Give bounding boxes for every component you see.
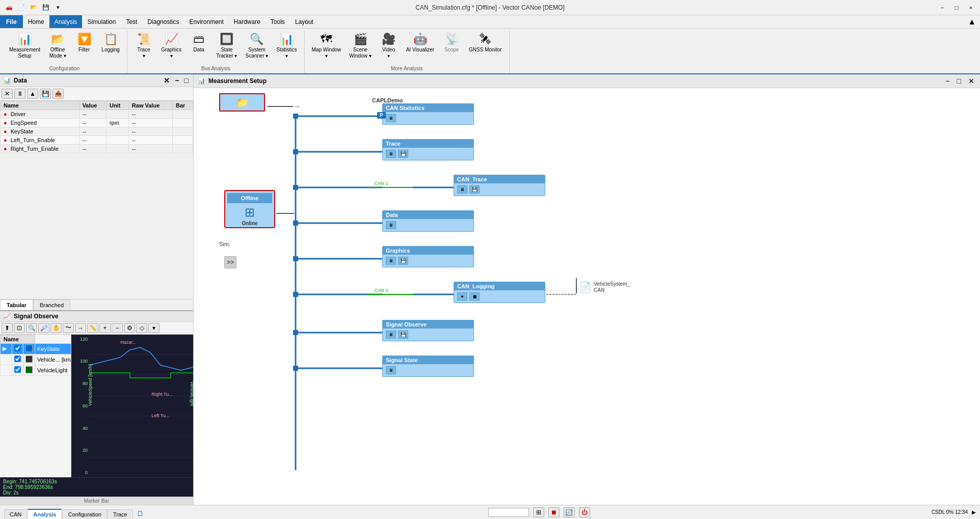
menu-test[interactable]: Test: [121, 15, 142, 28]
signal-zout-btn[interactable]: −: [112, 323, 123, 333]
signal-wave-btn[interactable]: 〜: [63, 323, 74, 333]
filter-button[interactable]: 🔽 Filter: [72, 31, 96, 61]
expand-arrow[interactable]: ▶: [3, 345, 7, 351]
menu-file[interactable]: File: [0, 15, 23, 28]
signal-panel-icon: 📈: [3, 313, 11, 320]
collapse-ribbon[interactable]: ▲: [968, 17, 980, 26]
title-bar-left: 🚗 📄 📂 💾 ▾: [4, 3, 63, 13]
signal-zoomout-btn[interactable]: 🔎: [38, 323, 49, 333]
status-tab-trace[interactable]: Trace: [108, 509, 133, 519]
signal-cursor-btn[interactable]: ⬆: [2, 323, 13, 333]
node-signal-observe[interactable]: Signal Observe 🖥 💾: [382, 320, 474, 341]
menu-home[interactable]: Home: [23, 15, 49, 28]
statistics-button[interactable]: 📊 Statistics▾: [274, 31, 300, 61]
signal-checkbox[interactable]: [14, 356, 21, 362]
tab-tabular[interactable]: Tabular: [0, 299, 33, 310]
signal-table-row[interactable]: VehicleLight: [1, 365, 72, 375]
node-signal-state-body: 🖥: [383, 364, 473, 376]
meas-restore-btn[interactable]: □: [956, 76, 963, 86]
status-tab-can[interactable]: CAN: [4, 509, 27, 519]
signal-table-row[interactable]: Vehicle... [km/h]: [1, 354, 72, 365]
data-export-btn[interactable]: 📤: [52, 89, 64, 99]
ai-visualizer-button[interactable]: 🤖 AI Visualizer: [403, 31, 437, 61]
state-tracker-button[interactable]: 🔲 StateTracker ▾: [213, 31, 240, 61]
offline-mode-button[interactable]: 📂 OfflineMode ▾: [45, 31, 70, 61]
graphics-button[interactable]: 📈 Graphics▾: [158, 31, 184, 61]
menu-diagnostics[interactable]: Diagnostics: [142, 15, 184, 28]
node-can-statistics[interactable]: CAN Statistics 🖥: [382, 103, 474, 125]
node-signal-state[interactable]: Signal State 🖥: [382, 356, 474, 377]
data-up-btn[interactable]: ▲: [27, 89, 38, 99]
tab-branched[interactable]: Branched: [33, 299, 70, 310]
menu-tools[interactable]: Tools: [266, 15, 290, 28]
data-panel-minimize-btn[interactable]: −: [173, 76, 180, 85]
add-tab-icon[interactable]: 🗋: [137, 509, 144, 517]
data-save-btn[interactable]: 💾: [40, 89, 51, 99]
vehicle-system-label: VehicleSystem_CAN: [594, 281, 630, 293]
video-button[interactable]: 🎥 Video▾: [377, 31, 401, 61]
menu-analysis[interactable]: Analysis: [49, 15, 83, 28]
menu-simulation[interactable]: Simulation: [82, 15, 121, 28]
open-icon[interactable]: 📂: [29, 3, 39, 13]
node-can-trace[interactable]: CAN_Trace 🖥 💾: [454, 175, 545, 196]
save-icon[interactable]: 💾: [41, 3, 51, 13]
signal-more-btn[interactable]: ▾: [148, 323, 160, 333]
data-panel-close-btn[interactable]: ✕: [162, 76, 171, 85]
new-icon[interactable]: 📄: [16, 3, 27, 13]
status-input[interactable]: [488, 508, 529, 517]
status-tab-configuration[interactable]: Configuration: [62, 509, 107, 519]
data-pause-btn[interactable]: ⏸: [14, 89, 25, 99]
node-trace[interactable]: Trace 🖥 💾: [382, 139, 474, 160]
minimize-button[interactable]: −: [937, 3, 947, 13]
signal-table-row[interactable]: ▶ KeyState: [1, 343, 72, 354]
node-can-logging[interactable]: CAN_Logging ● ◼: [454, 282, 545, 303]
close-button[interactable]: ×: [966, 3, 976, 13]
menu-layout[interactable]: Layout: [290, 15, 319, 28]
offline-online-box[interactable]: Offline ⊞ Online: [224, 190, 275, 228]
signal-row-check[interactable]: [12, 354, 23, 365]
more-icon[interactable]: ▾: [53, 3, 63, 13]
meas-close-btn[interactable]: ✕: [967, 76, 976, 86]
signal-marker-btn[interactable]: ◇: [136, 323, 147, 333]
capl-demo-box[interactable]: 📁: [219, 93, 265, 112]
signal-row-check[interactable]: [12, 343, 23, 354]
dot-can-logging: [293, 292, 298, 297]
node-data[interactable]: Data 🖥: [382, 210, 474, 232]
app-icon: 🚗: [4, 3, 14, 13]
trace-button[interactable]: 📜 Trace▾: [131, 31, 156, 61]
status-power-icon[interactable]: ⏻: [579, 507, 590, 517]
status-tab-analysis[interactable]: Analysis: [28, 509, 62, 519]
system-scanner-button[interactable]: 🔍 SystemScanner ▾: [242, 31, 271, 61]
node-trace-body: 🖥 💾: [383, 148, 473, 160]
data-button[interactable]: 🗃 Data: [187, 31, 211, 61]
node-graphics[interactable]: Graphics 🖥 💾: [382, 246, 474, 267]
signal-arrow-btn[interactable]: →: [75, 323, 86, 333]
restore-button[interactable]: □: [951, 3, 962, 13]
status-table-icon[interactable]: ⊞: [533, 507, 544, 517]
signal-checkbox[interactable]: [14, 345, 21, 351]
signal-zoomin-btn[interactable]: 🔍: [26, 323, 37, 333]
status-arrow-icon[interactable]: 🔃: [564, 507, 575, 517]
signal-row-check[interactable]: [12, 365, 23, 375]
map-window-button[interactable]: 🗺 Map Window▾: [309, 31, 345, 61]
logging-button[interactable]: 📋 Logging: [98, 31, 123, 61]
signal-fit-btn[interactable]: ⊡: [14, 323, 25, 333]
signal-config-btn[interactable]: ⚙: [124, 323, 135, 333]
gnss-monitor-button[interactable]: 🛰 GNSS Monitor: [466, 31, 505, 61]
measurement-setup-button[interactable]: 📊 MeasurementSetup: [6, 31, 43, 61]
right-panel: 📊 Measurement Setup − □ ✕: [194, 74, 980, 505]
meas-minimize-btn[interactable]: −: [944, 76, 951, 86]
status-stop-icon[interactable]: ⏹: [548, 507, 560, 517]
signal-pan-btn[interactable]: ✋: [50, 323, 62, 333]
signal-zin-btn[interactable]: +: [99, 323, 111, 333]
expand-button[interactable]: >>: [224, 256, 236, 268]
row-name: ● Right_Turn_Enable: [1, 145, 80, 153]
menu-hardware[interactable]: Hardware: [229, 15, 266, 28]
offline-icon: ⊞: [225, 205, 274, 220]
signal-ruler-btn[interactable]: 📏: [87, 323, 98, 333]
data-delete-btn[interactable]: ✕: [2, 89, 13, 99]
scene-window-button[interactable]: 🎬 SceneWindow ▾: [346, 31, 374, 61]
menu-environment[interactable]: Environment: [184, 15, 228, 28]
signal-checkbox[interactable]: [14, 366, 21, 373]
data-panel-restore-btn[interactable]: □: [183, 76, 190, 85]
